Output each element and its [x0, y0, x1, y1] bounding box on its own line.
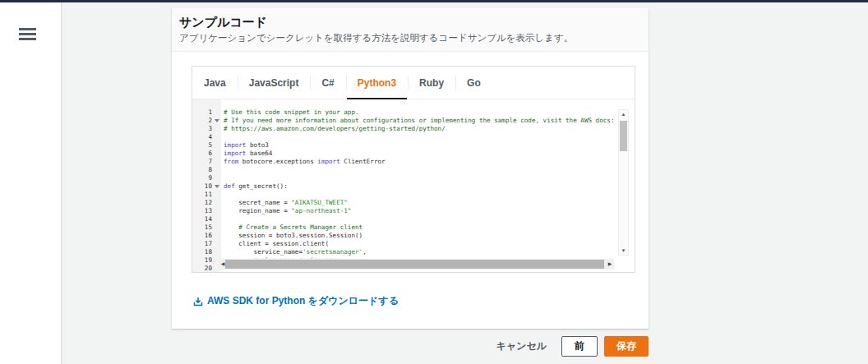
- code-line: 15 # Create a Secrets Manager client: [192, 223, 623, 232]
- fold-gutter: [214, 207, 221, 215]
- fold-gutter: [214, 166, 221, 174]
- card-description: アプリケーションでシークレットを取得する方法を説明するコードサンプルを表示します…: [179, 32, 640, 44]
- line-number: 8: [192, 166, 214, 174]
- tab-label: Python3: [358, 77, 396, 89]
- line-number: 20: [192, 265, 214, 272]
- tab-label: Java: [204, 77, 226, 89]
- hamburger-menu-icon[interactable]: [19, 28, 36, 40]
- fold-gutter: [214, 125, 221, 133]
- horizontal-scroll-thumb[interactable]: [225, 260, 604, 269]
- line-number: 6: [192, 150, 214, 158]
- line-number: 10: [192, 182, 214, 191]
- top-navigation-bar: [0, 0, 868, 2]
- line-number: 13: [192, 207, 214, 215]
- code-line: 8: [192, 166, 623, 174]
- code-line: 14: [192, 215, 623, 223]
- code-line: 10def get_secret():: [192, 182, 623, 191]
- code-lines: 1# Use this code snippet in your app.2# …: [192, 108, 623, 272]
- line-number: 18: [192, 248, 214, 256]
- fold-marker-icon[interactable]: [215, 119, 219, 122]
- code-line: 4: [192, 133, 623, 141]
- fold-gutter: [214, 199, 221, 207]
- tab-java[interactable]: Java: [192, 67, 238, 99]
- line-number: 11: [192, 191, 214, 199]
- vertical-scroll-thumb[interactable]: [620, 121, 627, 151]
- fold-gutter: [214, 182, 221, 191]
- line-number: 5: [192, 141, 214, 150]
- line-number: 4: [192, 133, 214, 141]
- scroll-down-icon[interactable]: ▼: [619, 247, 628, 254]
- code-text: # Use this code snippet in your app.: [221, 108, 623, 117]
- tab-python3[interactable]: Python3: [346, 67, 408, 99]
- code-text: def get_secret():: [221, 182, 623, 191]
- code-text: [221, 174, 623, 182]
- previous-button[interactable]: 前: [561, 336, 598, 357]
- code-text: # If you need more information about con…: [221, 117, 623, 125]
- card-header: サンプルコード アプリケーションでシークレットを取得する方法を説明するコードサン…: [172, 8, 649, 52]
- tab-go[interactable]: Go: [455, 67, 492, 99]
- sidebar: [0, 2, 62, 364]
- line-number: 14: [192, 215, 214, 223]
- line-number: 2: [192, 117, 214, 125]
- code-text: # Create a Secrets Manager client: [221, 223, 623, 232]
- page-title: サンプルコード: [179, 14, 640, 30]
- scroll-right-icon[interactable]: ▶: [606, 259, 614, 270]
- save-button[interactable]: 保存: [604, 336, 649, 357]
- line-number: 17: [192, 240, 214, 248]
- tab-label: Ruby: [419, 77, 444, 89]
- fold-gutter: [214, 191, 221, 199]
- code-text: import base64: [221, 150, 623, 158]
- fold-gutter: [214, 174, 221, 182]
- code-text: # https://aws.amazon.com/developers/gett…: [221, 125, 623, 133]
- fold-gutter: [214, 248, 221, 256]
- code-line: 13 region_name = "ap-northeast-1": [192, 207, 623, 215]
- fold-gutter: [214, 223, 221, 232]
- code-line: 9: [192, 174, 623, 182]
- fold-gutter: [214, 232, 221, 240]
- fold-gutter: [214, 150, 221, 158]
- tab-label: C#: [321, 77, 334, 89]
- tab-label: JavaScript: [249, 77, 299, 89]
- code-line: 7from botocore.exceptions import ClientE…: [192, 158, 623, 166]
- fold-gutter: [214, 117, 221, 125]
- code-text: [221, 133, 623, 141]
- code-line: 6import base64: [192, 150, 623, 158]
- code-text: client = session.client(: [221, 240, 623, 248]
- horizontal-scrollbar[interactable]: ◀ ▶: [219, 259, 614, 270]
- code-text: session = boto3.session.Session(): [221, 232, 623, 240]
- tab-label: Go: [467, 77, 481, 89]
- code-editor[interactable]: 1# Use this code snippet in your app.2# …: [192, 99, 635, 272]
- line-number: 15: [192, 223, 214, 232]
- tab-javascript[interactable]: JavaScript: [238, 67, 311, 99]
- tab-c[interactable]: C#: [310, 67, 345, 99]
- fold-gutter: [214, 133, 221, 141]
- line-number: 9: [192, 174, 214, 182]
- fold-gutter: [214, 215, 221, 223]
- line-number: 16: [192, 232, 214, 240]
- tab-ruby[interactable]: Ruby: [408, 67, 455, 99]
- code-line: 5import boto3: [192, 141, 623, 150]
- code-text: from botocore.exceptions import ClientEr…: [221, 158, 623, 166]
- line-number: 1: [192, 108, 214, 117]
- download-sdk-link[interactable]: AWS SDK for Python をダウンロードする: [193, 294, 399, 308]
- code-line: 11: [192, 191, 623, 199]
- code-text: service_name='secretsmanager',: [221, 248, 623, 256]
- language-tabs: JavaJavaScriptC#Python3RubyGo: [192, 67, 635, 99]
- code-line: 12 secret_name = "AIKATSU_TWEET": [192, 199, 623, 207]
- cancel-button[interactable]: キャンセル: [496, 336, 547, 357]
- vertical-scrollbar[interactable]: ▲ ▼: [618, 109, 629, 256]
- download-link-label: AWS SDK for Python をダウンロードする: [207, 294, 399, 308]
- fold-gutter: [214, 240, 221, 248]
- sample-code-card: サンプルコード アプリケーションでシークレットを取得する方法を説明するコードサン…: [172, 8, 649, 329]
- scroll-up-icon[interactable]: ▲: [619, 111, 628, 117]
- code-text: [221, 215, 623, 223]
- code-line: 1# Use this code snippet in your app.: [192, 108, 623, 117]
- fold-gutter: [214, 108, 221, 117]
- code-line: 18 service_name='secretsmanager',: [192, 248, 623, 256]
- wizard-footer: キャンセル 前 保存: [172, 336, 649, 357]
- code-sample-panel: JavaJavaScriptC#Python3RubyGo 1# Use thi…: [192, 66, 635, 273]
- download-icon: [193, 297, 203, 306]
- code-text: region_name = "ap-northeast-1": [221, 207, 623, 215]
- fold-marker-icon[interactable]: [215, 185, 219, 188]
- fold-gutter: [214, 158, 221, 166]
